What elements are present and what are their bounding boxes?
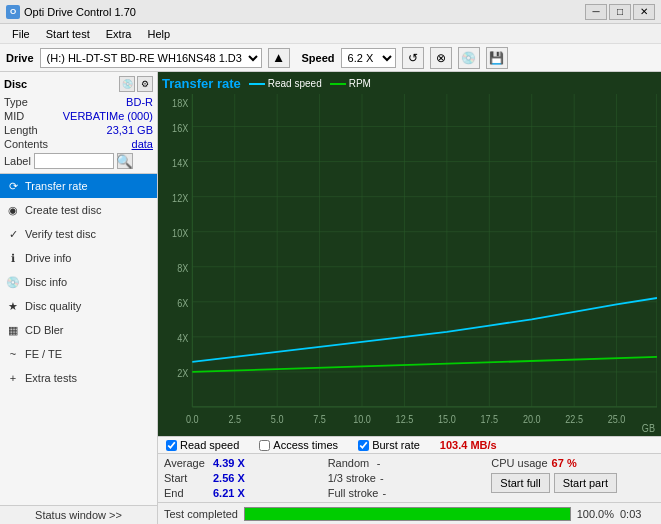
minimize-button[interactable]: ─ <box>585 4 607 20</box>
nav-verify-test-disc-label: Verify test disc <box>25 228 96 240</box>
save-button[interactable]: 💾 <box>486 47 508 69</box>
create-test-disc-icon: ◉ <box>6 203 20 217</box>
contents-value[interactable]: data <box>132 138 153 150</box>
nav-verify-test-disc[interactable]: ✓ Verify test disc <box>0 222 157 246</box>
menu-file[interactable]: File <box>4 26 38 42</box>
end-value: 6.21 X <box>213 487 248 499</box>
access-times-checkbox-label[interactable]: Access times <box>259 439 338 451</box>
svg-text:GB: GB <box>642 422 655 432</box>
close-button[interactable]: ✕ <box>633 4 655 20</box>
nav-fe-te-label: FE / TE <box>25 348 62 360</box>
sidebar: Disc 💿 ⚙ Type BD-R MID VERBATIMe (000) L… <box>0 72 158 524</box>
nav-disc-info[interactable]: 💿 Disc info <box>0 270 157 294</box>
access-times-checkbox[interactable] <box>259 440 270 451</box>
svg-text:10.0: 10.0 <box>353 413 371 425</box>
chart-content: Transfer rate Read speed RPM <box>158 72 661 524</box>
label-input[interactable] <box>34 153 114 169</box>
read-speed-checkbox[interactable] <box>166 440 177 451</box>
menu-bar: File Start test Extra Help <box>0 24 661 44</box>
cd-bler-icon: ▦ <box>6 323 20 337</box>
svg-text:5.0: 5.0 <box>271 413 284 425</box>
svg-text:2X: 2X <box>177 367 188 379</box>
start-full-button[interactable]: Start full <box>491 473 549 493</box>
nav-disc-quality[interactable]: ★ Disc quality <box>0 294 157 318</box>
app-icon: O <box>6 5 20 19</box>
disc-panel: Disc 💿 ⚙ Type BD-R MID VERBATIMe (000) L… <box>0 72 157 174</box>
title-bar: O Opti Drive Control 1.70 ─ □ ✕ <box>0 0 661 24</box>
nav-extra-tests[interactable]: + Extra tests <box>0 366 157 390</box>
status-window-button[interactable]: Status window >> <box>0 505 157 524</box>
maximize-button[interactable]: □ <box>609 4 631 20</box>
full-stroke-label: Full stroke <box>328 487 379 499</box>
label-icon-button[interactable]: 🔍 <box>117 153 133 169</box>
end-label: End <box>164 487 209 499</box>
drive-select[interactable]: (H:) HL-DT-ST BD-RE WH16NS48 1.D3 <box>40 48 262 68</box>
cpu-usage-row: CPU usage 67 % <box>491 456 576 470</box>
svg-text:20.0: 20.0 <box>523 413 541 425</box>
disc-length-row: Length 23,31 GB <box>4 123 153 137</box>
contents-label: Contents <box>4 138 48 150</box>
stats-col-1: Average 4.39 X Start 2.56 X End 6.21 X <box>164 456 328 500</box>
full-stroke-value: - <box>382 487 386 499</box>
speed-select[interactable]: 6.2 X <box>341 48 396 68</box>
app-title: Opti Drive Control 1.70 <box>24 6 136 18</box>
average-value: 4.39 X <box>213 457 248 469</box>
rpm-legend-color <box>330 83 346 85</box>
disc-icon-btn-1[interactable]: 💿 <box>119 76 135 92</box>
read-speed-legend-label: Read speed <box>268 78 322 89</box>
nav-drive-info[interactable]: ℹ Drive info <box>0 246 157 270</box>
disc-write-button[interactable]: 💿 <box>458 47 480 69</box>
svg-text:15.0: 15.0 <box>438 413 456 425</box>
disc-icons: 💿 ⚙ <box>119 76 153 92</box>
svg-text:22.5: 22.5 <box>565 413 583 425</box>
mid-label: MID <box>4 110 24 122</box>
start-part-button[interactable]: Start part <box>554 473 617 493</box>
svg-text:12X: 12X <box>172 192 188 204</box>
average-row: Average 4.39 X <box>164 456 328 470</box>
menu-start-test[interactable]: Start test <box>38 26 98 42</box>
svg-text:14X: 14X <box>172 157 188 169</box>
nav-cd-bler[interactable]: ▦ CD Bler <box>0 318 157 342</box>
disc-title: Disc <box>4 78 27 90</box>
random-label: Random <box>328 457 373 469</box>
label-key: Label <box>4 155 31 167</box>
type-value: BD-R <box>126 96 153 108</box>
burst-rate-checkbox-label[interactable]: Burst rate <box>358 439 420 451</box>
read-speed-checkbox-label[interactable]: Read speed <box>166 439 239 451</box>
svg-text:12.5: 12.5 <box>396 413 414 425</box>
start-value: 2.56 X <box>213 472 248 484</box>
svg-text:8X: 8X <box>177 262 188 274</box>
random-value: - <box>377 457 381 469</box>
nav-disc-info-label: Disc info <box>25 276 67 288</box>
fe-te-icon: ~ <box>6 347 20 361</box>
burst-rate-checkbox-text: Burst rate <box>372 439 420 451</box>
menu-help[interactable]: Help <box>139 26 178 42</box>
chart-container: Transfer rate Read speed RPM <box>158 72 661 436</box>
nav-create-test-disc-label: Create test disc <box>25 204 101 216</box>
disc-icon-btn-2[interactable]: ⚙ <box>137 76 153 92</box>
title-bar-controls: ─ □ ✕ <box>585 4 655 20</box>
burst-rate-checkbox[interactable] <box>358 440 369 451</box>
verify-test-disc-icon: ✓ <box>6 227 20 241</box>
eject-button[interactable]: ▲ <box>268 48 290 68</box>
drive-bar: Drive (H:) HL-DT-ST BD-RE WH16NS48 1.D3 … <box>0 44 661 72</box>
nav-extra-tests-label: Extra tests <box>25 372 77 384</box>
svg-text:2.5: 2.5 <box>228 413 241 425</box>
drive-label: Drive <box>6 52 34 64</box>
nav-create-test-disc[interactable]: ◉ Create test disc <box>0 198 157 222</box>
stroke-1-3-row: 1/3 stroke - <box>328 471 492 485</box>
nav-fe-te[interactable]: ~ FE / TE <box>0 342 157 366</box>
extra-tests-icon: + <box>6 371 20 385</box>
disc-info-icon: 💿 <box>6 275 20 289</box>
svg-text:17.5: 17.5 <box>480 413 498 425</box>
svg-text:18X: 18X <box>172 97 188 109</box>
refresh-button[interactable]: ↺ <box>402 47 424 69</box>
nav-transfer-rate[interactable]: ⟳ Transfer rate <box>0 174 157 198</box>
disc-erase-button[interactable]: ⊗ <box>430 47 452 69</box>
start-label: Start <box>164 472 209 484</box>
disc-mid-row: MID VERBATIMe (000) <box>4 109 153 123</box>
chart-title: Transfer rate <box>162 76 241 91</box>
menu-extra[interactable]: Extra <box>98 26 140 42</box>
checkbox-row: Read speed Access times Burst rate 103.4… <box>158 437 661 454</box>
progress-status-label: Test completed <box>164 508 238 520</box>
